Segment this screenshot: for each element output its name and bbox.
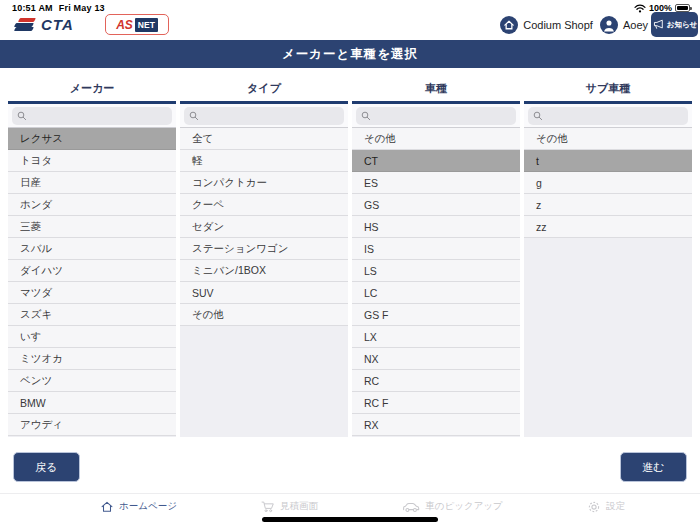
list-item[interactable]: g xyxy=(524,172,692,194)
car-icon xyxy=(402,501,420,513)
search-icon xyxy=(17,111,27,121)
search-icon xyxy=(533,111,543,121)
list-item[interactable]: コンパクトカー xyxy=(180,172,348,194)
footer-item-settings[interactable]: 設定 xyxy=(587,500,625,514)
list-item[interactable]: 三菱 xyxy=(8,216,176,238)
list-item[interactable]: RX xyxy=(352,414,520,436)
wifi-icon xyxy=(634,4,646,13)
list-item[interactable]: ベンツ xyxy=(8,370,176,392)
status-time-date: 10:51 AMFri May 13 xyxy=(12,3,105,13)
list-item[interactable]: その他 xyxy=(524,128,692,150)
back-button[interactable]: 戻る xyxy=(13,452,80,482)
model-search-field[interactable] xyxy=(356,107,516,125)
model-search-input[interactable] xyxy=(356,108,516,126)
asnet-logo-net: NET xyxy=(135,18,158,32)
footer-item-estimate[interactable]: 見積画面 xyxy=(261,500,318,514)
megaphone-icon xyxy=(652,18,665,31)
notice-button[interactable]: お知らせ xyxy=(651,12,698,37)
list-item[interactable]: いすゞ xyxy=(8,326,176,348)
model-search-wrap xyxy=(352,104,520,128)
list-item[interactable]: NX xyxy=(352,348,520,370)
search-icon xyxy=(361,111,371,121)
list-item[interactable]: HS xyxy=(352,216,520,238)
home-indicator-bar[interactable] xyxy=(262,517,438,522)
shop-chip[interactable]: Codium Shopf xyxy=(500,16,593,34)
list-item[interactable]: ステーションワゴン xyxy=(180,238,348,260)
list-item[interactable]: ES xyxy=(352,172,520,194)
battery-icon xyxy=(675,4,690,12)
list-item[interactable]: アウディ xyxy=(8,414,176,436)
column-submodel-header: サブ車種 xyxy=(524,75,692,104)
column-type: タイプ 全て軽コンパクトカークーペセダンステーションワゴンミニバン/1BOXSU… xyxy=(180,75,348,437)
status-date: Fri May 13 xyxy=(59,3,105,13)
list-item[interactable]: z xyxy=(524,194,692,216)
list-item[interactable]: マツダ xyxy=(8,282,176,304)
shop-name: Codium Shopf xyxy=(523,19,593,31)
list-item[interactable]: スズキ xyxy=(8,304,176,326)
column-model-header: 車種 xyxy=(352,75,520,104)
app-header: CTA AS NET Codium Shopf Aoey xyxy=(0,14,700,40)
footer-item-label: 設定 xyxy=(606,500,625,513)
maker-search-input[interactable] xyxy=(12,108,172,126)
submodel-search-field[interactable] xyxy=(528,107,688,125)
list-item[interactable]: SUV xyxy=(180,282,348,304)
list-item[interactable]: RC xyxy=(352,370,520,392)
selection-columns: メーカー レクサストヨタ日産ホンダ三菱スバルダイハツマツダスズキいすゞミツオカベ… xyxy=(8,75,692,437)
list-item[interactable]: ホンダ xyxy=(8,194,176,216)
list-item[interactable]: GS F xyxy=(352,304,520,326)
list-item[interactable]: ダイハツ xyxy=(8,260,176,282)
list-item[interactable]: 軽 xyxy=(180,150,348,172)
column-maker: メーカー レクサストヨタ日産ホンダ三菱スバルダイハツマツダスズキいすゞミツオカベ… xyxy=(8,75,176,437)
footer-item-label: 車のピックアップ xyxy=(425,500,503,513)
list-item[interactable]: スバル xyxy=(8,238,176,260)
status-time: 10:51 AM xyxy=(12,3,53,13)
list-item[interactable]: セダン xyxy=(180,216,348,238)
list-item[interactable]: RC F xyxy=(352,392,520,414)
user-chip[interactable]: Aoey xyxy=(600,16,648,34)
list-item[interactable]: トヨタ xyxy=(8,150,176,172)
list-item[interactable]: GS xyxy=(352,194,520,216)
column-submodel: サブ車種 その他tgzzz xyxy=(524,75,692,437)
user-icon xyxy=(600,16,618,34)
list-item[interactable]: zz xyxy=(524,216,692,238)
footer-item-label: 見積画面 xyxy=(280,500,318,513)
footer-item-home[interactable]: ホームページ xyxy=(100,500,177,514)
account-area: Codium Shopf Aoey xyxy=(500,16,648,34)
cta-logo: CTA xyxy=(14,16,74,33)
list-item[interactable]: t xyxy=(524,150,692,172)
type-search-input[interactable] xyxy=(184,108,344,126)
type-search-field[interactable] xyxy=(184,107,344,125)
gear-icon xyxy=(587,500,601,514)
list-item[interactable]: クーペ xyxy=(180,194,348,216)
asnet-logo-as: AS xyxy=(116,18,133,32)
list-item[interactable]: その他 xyxy=(352,128,520,150)
maker-search-field[interactable] xyxy=(12,107,172,125)
search-icon xyxy=(189,111,199,121)
submodel-search-input[interactable] xyxy=(528,108,688,126)
list-item[interactable]: ミツオカ xyxy=(8,348,176,370)
app-screen: 10:51 AMFri May 13 100% CTA AS NET xyxy=(0,0,700,525)
cart-icon xyxy=(261,500,275,514)
list-item[interactable]: IS xyxy=(352,238,520,260)
list-item[interactable]: LC xyxy=(352,282,520,304)
list-item[interactable]: LX xyxy=(352,326,520,348)
next-button[interactable]: 進む xyxy=(620,452,687,482)
column-type-header: タイプ xyxy=(180,75,348,104)
list-item[interactable]: レクサス xyxy=(8,128,176,150)
list-item[interactable]: 全て xyxy=(180,128,348,150)
home-circle-icon xyxy=(500,16,518,34)
home-icon xyxy=(100,500,114,514)
type-search-wrap xyxy=(180,104,348,128)
footer-item-pickup[interactable]: 車のピックアップ xyxy=(402,500,503,513)
type-list: 全て軽コンパクトカークーペセダンステーションワゴンミニバン/1BOXSUVその他 xyxy=(180,128,348,437)
submodel-list: その他tgzzz xyxy=(524,128,692,437)
list-item[interactable]: CT xyxy=(352,150,520,172)
list-item[interactable]: その他 xyxy=(180,304,348,326)
maker-list: レクサストヨタ日産ホンダ三菱スバルダイハツマツダスズキいすゞミツオカベンツBMW… xyxy=(8,128,176,437)
list-item[interactable]: LS xyxy=(352,260,520,282)
list-item[interactable]: 日産 xyxy=(8,172,176,194)
list-item[interactable]: ミニバン/1BOX xyxy=(180,260,348,282)
list-item[interactable]: BMW xyxy=(8,392,176,414)
cta-logo-text: CTA xyxy=(41,16,74,33)
footer-item-label: ホームページ xyxy=(119,500,177,513)
